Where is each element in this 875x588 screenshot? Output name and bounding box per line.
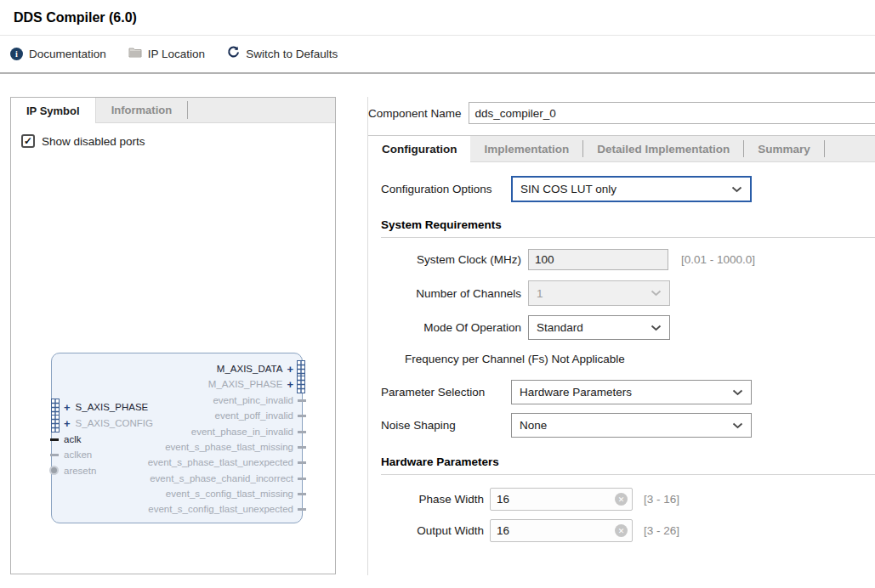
documentation-button[interactable]: i Documentation [10,48,106,60]
chevron-down-icon [651,290,662,297]
port-aclk: aclk [64,432,81,447]
port-event-pinc-invalid: event_pinc_invalid [213,393,293,408]
system-clock-range: [0.01 - 1000.0] [681,253,755,266]
customization-panel: Component Name dds_compiler_0 Configurat… [367,97,875,575]
port-label: event_s_phase_tlast_unexpected [148,457,293,467]
port-stub [298,415,306,417]
chevron-down-icon [732,422,743,429]
configuration-options-label: Configuration Options [381,183,511,195]
port-event-s-phase-tlast-unexpected: event_s_phase_tlast_unexpected [148,455,293,470]
noise-shaping-dropdown[interactable]: None [511,413,752,438]
tab-detailed-implementation[interactable]: Detailed Implementation [583,136,743,161]
parameter-selection-dropdown[interactable]: Hardware Parameters [511,380,752,404]
show-disabled-ports-row: ✓ Show disabled ports [21,134,325,148]
dropdown-value: Hardware Parameters [520,386,632,399]
show-disabled-ports-label: Show disabled ports [42,135,145,148]
expand-plus-icon[interactable]: + [287,378,293,391]
refresh-icon [227,46,240,61]
show-disabled-ports-checkbox[interactable]: ✓ [21,134,35,148]
port-event-s-phase-chanid-incorrect: event_s_phase_chanid_incorrect [150,471,293,486]
noise-shaping-label: Noise Shaping [381,419,511,432]
dropdown-value: None [520,419,547,432]
switch-to-defaults-label: Switch to Defaults [246,48,338,60]
system-clock-label: System Clock (MHz) [381,253,521,266]
hardware-parameters-header: Hardware Parameters [381,455,875,475]
folder-icon [128,47,142,60]
toolbar: i Documentation IP Location Switch to De… [0,36,875,72]
phase-width-range: [3 - 16] [644,493,679,506]
port-label: event_s_phase_chanid_incorrect [150,473,293,483]
port-label: M_AXIS_PHASE [208,379,283,389]
system-clock-input[interactable]: 100 [528,249,668,270]
port-label: event_phase_in_invalid [191,427,293,437]
port-event-s-config-tlast-unexpected: event_s_config_tlast_unexpected [148,501,293,517]
mode-of-operation-dropdown[interactable]: Standard [528,315,670,340]
ip-symbol-panel: IP Symbol Information ✓ Show disabled po… [10,97,336,574]
tab-ip-symbol-label: IP Symbol [26,105,80,117]
number-of-channels-row: Number of Channels 1 [381,280,875,306]
reset-port-icon [49,466,59,475]
ip-location-label: IP Location [148,48,205,60]
tab-information-label: Information [111,104,173,116]
clear-icon[interactable]: ✕ [615,524,628,537]
port-label: event_s_phase_tlast_missing [165,442,293,452]
mode-of-operation-row: Mode Of Operation Standard [381,315,875,340]
tab-ip-symbol[interactable]: IP Symbol [11,98,96,123]
number-of-channels-dropdown[interactable]: 1 [528,280,670,306]
tab-configuration[interactable]: Configuration [368,136,470,162]
expand-plus-icon[interactable]: + [287,363,293,376]
port-aresetn: aresetn [64,463,96,478]
port-s-axis-phase: + S_AXIS_PHASE [64,399,148,415]
port-label: S_AXIS_PHASE [76,402,149,412]
configuration-options-dropdown[interactable]: SIN COS LUT only [511,176,752,202]
port-stub [298,399,306,402]
phase-width-input[interactable]: 16 ✕ [490,488,633,511]
port-event-s-phase-tlast-missing: event_s_phase_tlast_missing [165,439,293,455]
port-label: event_s_config_tlast_unexpected [148,504,293,514]
configuration-tab-content: Configuration Options SIN COS LUT only S… [368,176,875,542]
component-name-label: Component Name [368,107,462,120]
system-requirements-header: System Requirements [381,218,875,238]
noise-shaping-row: Noise Shaping None [381,413,875,438]
output-width-label: Output Width [381,524,484,537]
output-width-input[interactable]: 16 ✕ [490,519,633,542]
component-name-input[interactable]: dds_compiler_0 [469,102,875,124]
page-title: DDS Compiler (6.0) [14,10,861,25]
port-stub [50,454,59,456]
clear-icon[interactable]: ✕ [615,493,628,506]
port-label: S_AXIS_CONFIG [76,418,153,428]
main-tab-strip: Configuration Implementation Detailed Im… [368,135,875,162]
tab-detailed-implementation-label: Detailed Implementation [597,143,730,155]
input-value: 16 [497,493,509,506]
tab-implementation[interactable]: Implementation [470,136,582,161]
expand-plus-icon[interactable]: + [64,401,71,414]
dropdown-value: SIN COS LUT only [520,183,616,195]
port-stub [298,446,306,449]
frequency-per-channel-note: Frequency per Channel (Fs) Not Applicabl… [405,353,875,365]
phase-width-label: Phase Width [381,493,484,506]
port-stub [298,478,306,480]
port-stub [298,461,306,464]
info-icon: i [10,48,23,60]
port-event-poff-invalid: event_poff_invalid [215,408,294,423]
parameter-selection-row: Parameter Selection Hardware Parameters [381,380,875,404]
expand-plus-icon[interactable]: + [64,417,71,430]
switch-to-defaults-button[interactable]: Switch to Defaults [227,46,338,61]
workspace: IP Symbol Information ✓ Show disabled po… [0,74,875,572]
phase-width-row: Phase Width 16 ✕ [3 - 16] [381,488,875,511]
configuration-options-row: Configuration Options SIN COS LUT only [381,176,875,202]
number-of-channels-label: Number of Channels [381,287,521,300]
port-event-phase-in-invalid: event_phase_in_invalid [191,424,293,439]
tab-information[interactable]: Information [96,98,188,122]
tab-summary[interactable]: Summary [744,136,824,161]
documentation-label: Documentation [29,48,106,60]
port-s-axis-config: + S_AXIS_CONFIG [64,416,153,431]
port-label: event_poff_invalid [215,410,294,421]
parameter-selection-label: Parameter Selection [381,386,511,399]
port-stub [298,431,306,433]
tab-divider [187,101,188,119]
ip-location-button[interactable]: IP Location [128,47,205,60]
port-stub [298,493,306,495]
ip-block-symbol: M_AXIS_DATA + M_AXIS_PHASE + event_pinc_… [51,353,303,523]
port-label: aresetn [64,466,96,476]
